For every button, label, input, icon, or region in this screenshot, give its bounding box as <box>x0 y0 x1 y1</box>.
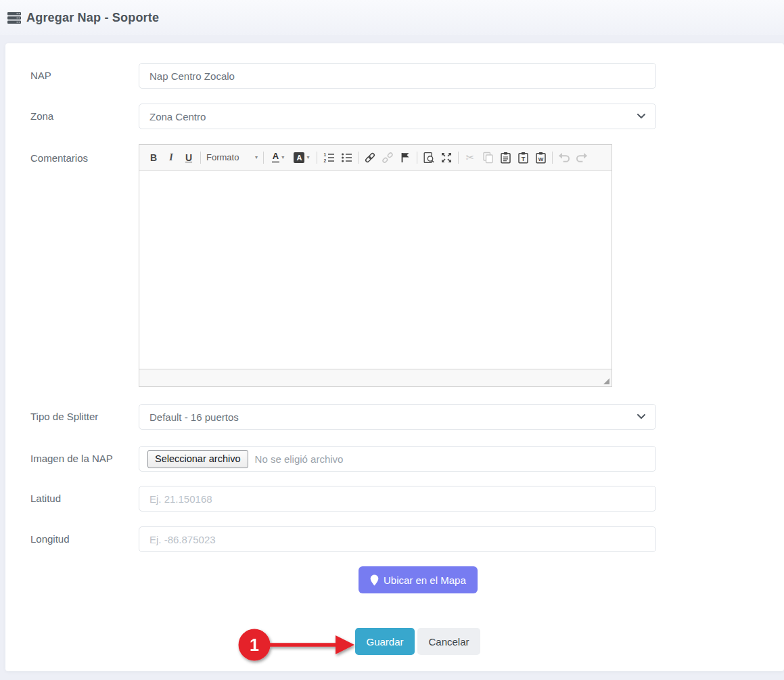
cancel-button[interactable]: Cancelar <box>417 628 480 655</box>
text-color-button[interactable]: A ▾ <box>267 149 290 166</box>
latitud-input[interactable] <box>139 486 656 512</box>
tipo-splitter-selected-value: Default - 16 puertos <box>149 411 239 423</box>
form-card: NAP Zona Zona Centro Comentarios B I U <box>5 43 784 671</box>
choose-file-button[interactable]: Seleccionar archivo <box>147 450 248 468</box>
link-icon <box>364 152 376 164</box>
nap-label: NAP <box>5 63 139 89</box>
caret-down-icon: ▾ <box>306 154 309 160</box>
server-icon <box>7 12 21 24</box>
cut-button[interactable]: ✂ <box>461 149 479 166</box>
toolbar-separator <box>458 152 459 164</box>
imagen-label: Imagen de la NAP <box>5 446 139 472</box>
anchor-flag-icon <box>400 152 410 163</box>
format-dropdown[interactable]: Formato ▾ <box>204 149 260 166</box>
paste-button[interactable] <box>497 149 514 166</box>
svg-text:2: 2 <box>323 158 326 163</box>
copy-button[interactable] <box>479 149 497 166</box>
paste-from-word-button[interactable]: W <box>532 149 549 166</box>
latitud-label: Latitud <box>5 486 139 512</box>
numbered-list-button[interactable]: 1 2 <box>320 149 338 166</box>
bold-button[interactable]: B <box>145 149 162 166</box>
svg-text:W: W <box>538 156 543 162</box>
page-title: Agregar Nap - Soporte <box>26 11 159 25</box>
form-row-imagen: Imagen de la NAP Seleccionar archivo No … <box>5 446 784 472</box>
longitud-input[interactable] <box>139 526 656 552</box>
richtext-editor: B I U Formato ▾ A ▾ A ▾ <box>139 144 612 387</box>
italic-button[interactable]: I <box>162 149 180 166</box>
toolbar-separator <box>417 152 417 164</box>
preview-button[interactable] <box>420 149 438 166</box>
editor-bottom-bar <box>139 369 612 386</box>
page-header: Agregar Nap - Soporte <box>0 0 784 35</box>
maximize-icon <box>440 152 453 164</box>
form-row-longitud: Longitud <box>5 526 784 552</box>
undo-icon <box>558 152 570 162</box>
editor-content-area[interactable] <box>139 171 612 369</box>
background-color-button[interactable]: A ▾ <box>290 149 314 166</box>
unlink-icon <box>382 152 394 164</box>
toolbar-separator <box>317 152 317 164</box>
page: { "header": { "title": "Agregar Nap - So… <box>0 0 784 680</box>
underline-button[interactable]: U <box>180 149 198 166</box>
locate-on-map-button[interactable]: Ubicar en el Mapa <box>359 566 478 593</box>
form-row-latitud: Latitud <box>5 486 784 512</box>
paste-icon <box>500 152 511 164</box>
redo-icon <box>576 152 588 162</box>
anchor-flag-button[interactable] <box>396 149 414 166</box>
resize-grip-icon[interactable] <box>603 378 609 384</box>
form-row-zona: Zona Zona Centro <box>5 104 784 129</box>
caret-down-icon: ▾ <box>281 154 284 160</box>
imagen-file-input[interactable]: Seleccionar archivo No se eligió archivo <box>139 446 656 472</box>
svg-text:T: T <box>521 156 525 162</box>
toolbar-separator <box>552 152 553 164</box>
file-status-text: No se eligió archivo <box>255 453 344 465</box>
longitud-label: Longitud <box>5 526 139 552</box>
zona-label: Zona <box>5 104 139 129</box>
toolbar-separator <box>263 152 264 164</box>
maximize-button[interactable] <box>438 149 455 166</box>
copy-icon <box>482 152 494 164</box>
form-row-tipo-splitter: Tipo de Splitter Default - 16 puertos <box>5 404 784 430</box>
paste-plain-text-button[interactable]: T <box>514 149 532 166</box>
background-color-icon: A <box>294 152 304 163</box>
save-button[interactable]: Guardar <box>355 628 415 655</box>
svg-text:1: 1 <box>323 152 326 157</box>
tipo-splitter-label: Tipo de Splitter <box>5 404 139 430</box>
form-row-nap: NAP <box>5 63 784 89</box>
undo-button[interactable] <box>555 149 573 166</box>
paste-from-word-icon: W <box>535 152 547 164</box>
toolbar-separator <box>200 152 201 164</box>
zona-selected-value: Zona Centro <box>149 111 206 122</box>
nap-input[interactable] <box>139 63 656 89</box>
map-marker-icon <box>370 574 379 586</box>
toolbar-separator <box>358 152 359 164</box>
editor-toolbar: B I U Formato ▾ A ▾ A ▾ <box>139 145 612 171</box>
unlink-button[interactable] <box>379 149 396 166</box>
bulleted-list-icon <box>341 152 352 163</box>
comentarios-label: Comentarios <box>5 144 139 387</box>
paste-plain-text-icon: T <box>517 152 529 164</box>
redo-button[interactable] <box>573 149 591 166</box>
bulleted-list-button[interactable] <box>338 149 355 166</box>
chevron-down-icon <box>637 114 645 119</box>
chevron-down-icon <box>637 414 645 420</box>
form-row-comentarios: Comentarios B I U Formato ▾ A ▾ <box>5 144 784 387</box>
caret-down-icon: ▾ <box>255 154 258 160</box>
tipo-splitter-select[interactable]: Default - 16 puertos <box>139 404 656 430</box>
numbered-list-icon: 1 2 <box>323 152 335 163</box>
cut-icon: ✂ <box>466 152 475 162</box>
save-cancel-row: Guardar Cancelar <box>5 628 784 655</box>
zona-select[interactable]: Zona Centro <box>139 104 656 129</box>
preview-icon <box>423 152 435 164</box>
text-color-icon: A <box>272 152 279 163</box>
map-button-row: Ubicar en el Mapa <box>5 566 784 593</box>
link-button[interactable] <box>361 149 379 166</box>
